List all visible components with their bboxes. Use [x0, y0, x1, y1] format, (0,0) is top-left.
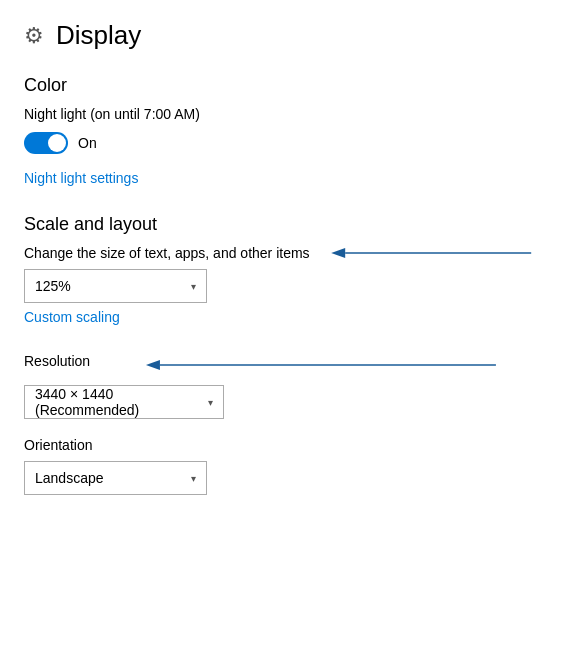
gear-icon: ⚙ — [24, 23, 44, 49]
scale-layout-heading: Scale and layout — [24, 214, 544, 235]
page-title: Display — [56, 20, 141, 51]
resolution-dropdown-arrow: ▾ — [208, 397, 213, 408]
orientation-dropdown-arrow: ▾ — [191, 473, 196, 484]
change-size-row: Change the size of text, apps, and other… — [24, 245, 544, 261]
color-section-heading: Color — [24, 75, 544, 96]
page-title-row: ⚙ Display — [24, 20, 544, 51]
night-light-label: Night light (on until 7:00 AM) — [24, 106, 544, 122]
night-light-settings-link[interactable]: Night light settings — [24, 170, 138, 186]
arrow-line-resolution — [98, 359, 544, 371]
custom-scaling-link[interactable]: Custom scaling — [24, 309, 120, 325]
scale-dropdown[interactable]: 125% ▾ — [24, 269, 207, 303]
resolution-label-row: Resolution — [24, 353, 544, 377]
orientation-dropdown[interactable]: Landscape ▾ — [24, 461, 207, 495]
toggle-state-label: On — [78, 135, 97, 151]
scale-dropdown-value: 125% — [35, 278, 71, 294]
resolution-label: Resolution — [24, 353, 90, 369]
svg-marker-3 — [146, 360, 160, 370]
color-section: Color Night light (on until 7:00 AM) On … — [24, 75, 544, 210]
resolution-section: Resolution 3440 × 1440 (Recommended) ▾ — [24, 353, 544, 419]
scale-layout-section: Scale and layout Change the size of text… — [24, 214, 544, 347]
night-light-toggle[interactable] — [24, 132, 68, 154]
orientation-dropdown-value: Landscape — [35, 470, 104, 486]
scale-dropdown-arrow: ▾ — [191, 281, 196, 292]
resolution-dropdown-value: 3440 × 1440 (Recommended) — [35, 386, 208, 418]
toggle-row: On — [24, 132, 544, 154]
orientation-section: Orientation Landscape ▾ — [24, 437, 544, 495]
svg-marker-1 — [331, 248, 345, 258]
resolution-dropdown[interactable]: 3440 × 1440 (Recommended) ▾ — [24, 385, 224, 419]
arrow-line-scale — [318, 247, 544, 259]
change-size-label: Change the size of text, apps, and other… — [24, 245, 310, 261]
orientation-label: Orientation — [24, 437, 544, 453]
toggle-knob — [48, 134, 66, 152]
